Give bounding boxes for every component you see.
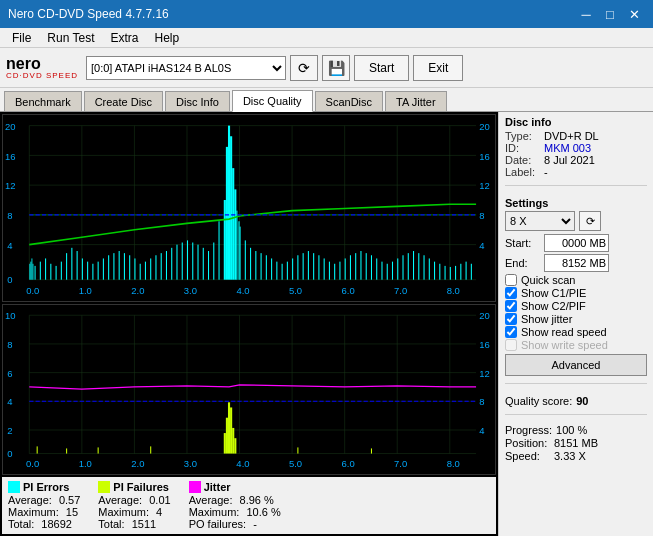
svg-rect-155 (150, 446, 151, 453)
speed-row: 8 X ⟳ (505, 211, 647, 231)
close-button[interactable]: ✕ (623, 4, 645, 24)
speed-select[interactable]: 8 X (505, 211, 575, 231)
show-write-speed-checkbox[interactable] (505, 339, 517, 351)
svg-text:12: 12 (479, 369, 490, 379)
speed-refresh-button[interactable]: ⟳ (579, 211, 601, 231)
tab-ta-jitter[interactable]: TA Jitter (385, 91, 447, 111)
svg-rect-70 (271, 258, 272, 279)
svg-rect-84 (345, 258, 346, 279)
show-read-speed-checkbox[interactable] (505, 326, 517, 338)
svg-rect-53 (234, 189, 236, 279)
menu-run-test[interactable]: Run Test (39, 30, 102, 46)
svg-rect-157 (371, 448, 372, 453)
end-row: End: (505, 254, 647, 272)
svg-rect-20 (35, 266, 36, 280)
disc-label-value: - (544, 166, 548, 178)
svg-text:7.0: 7.0 (394, 459, 407, 469)
show-c2pif-checkbox[interactable] (505, 300, 517, 312)
svg-rect-151 (234, 438, 236, 453)
svg-text:16: 16 (479, 340, 490, 350)
save-icon-button[interactable]: 💾 (322, 55, 350, 81)
svg-text:12: 12 (479, 180, 490, 191)
show-c1pie-row: Show C1/PIE (505, 287, 647, 299)
svg-text:0: 0 (7, 274, 12, 285)
end-input[interactable] (544, 254, 609, 272)
start-input[interactable] (544, 234, 609, 252)
svg-rect-154 (98, 447, 99, 453)
tab-disc-info[interactable]: Disc Info (165, 91, 230, 111)
pi-failures-max: Maximum: 4 (98, 506, 170, 518)
svg-rect-156 (297, 447, 298, 453)
show-read-speed-label: Show read speed (521, 326, 607, 338)
position-value: 8151 MB (554, 437, 598, 449)
minimize-button[interactable]: ─ (575, 4, 597, 24)
show-jitter-checkbox[interactable] (505, 313, 517, 325)
svg-text:20: 20 (479, 311, 490, 321)
speed-value: 3.33 X (554, 450, 586, 462)
show-jitter-label: Show jitter (521, 313, 572, 325)
stats-footer: PI Errors Average: 0.57 Maximum: 15 Tota… (2, 477, 496, 534)
svg-text:2: 2 (7, 426, 12, 436)
svg-rect-34 (108, 255, 109, 279)
svg-text:8: 8 (7, 340, 12, 350)
svg-text:16: 16 (479, 151, 490, 162)
svg-text:20: 20 (5, 121, 16, 132)
quick-scan-label: Quick scan (521, 274, 575, 286)
disc-id-value: MKM 003 (544, 142, 591, 154)
menu-extra[interactable]: Extra (102, 30, 146, 46)
svg-rect-32 (98, 262, 99, 280)
tab-benchmark[interactable]: Benchmark (4, 91, 82, 111)
drive-select[interactable]: [0:0] ATAPI iHAS124 B AL0S (86, 56, 286, 80)
svg-rect-88 (366, 253, 367, 280)
settings-section: Settings 8 X ⟳ Start: End: Quick scan (505, 197, 647, 376)
nero-text: nero (6, 56, 41, 72)
quick-scan-row: Quick scan (505, 274, 647, 286)
show-write-speed-row: Show write speed (505, 339, 647, 351)
tab-disc-quality[interactable]: Disc Quality (232, 90, 313, 112)
toolbar: nero CD·DVD SPEED [0:0] ATAPI iHAS124 B … (0, 48, 653, 88)
advanced-button[interactable]: Advanced (505, 354, 647, 376)
svg-rect-98 (418, 253, 419, 280)
svg-rect-26 (66, 253, 67, 280)
svg-rect-28 (77, 251, 78, 280)
svg-text:2.0: 2.0 (131, 459, 144, 469)
svg-text:6.0: 6.0 (342, 459, 355, 469)
titlebar-title: Nero CD-DVD Speed 4.7.7.16 (8, 7, 169, 21)
svg-rect-40 (140, 264, 141, 280)
disc-date-value: 8 Jul 2021 (544, 154, 595, 166)
show-read-speed-row: Show read speed (505, 326, 647, 338)
svg-text:16: 16 (5, 151, 16, 162)
svg-text:3.0: 3.0 (184, 459, 197, 469)
svg-rect-33 (103, 258, 104, 279)
tab-scandisc[interactable]: ScanDisc (315, 91, 383, 111)
quick-scan-checkbox[interactable] (505, 274, 517, 286)
menu-help[interactable]: Help (147, 30, 188, 46)
show-c1pie-checkbox[interactable] (505, 287, 517, 299)
svg-rect-31 (92, 264, 93, 280)
svg-rect-85 (350, 255, 351, 279)
menu-file[interactable]: File (4, 30, 39, 46)
svg-rect-107 (466, 262, 467, 280)
svg-rect-106 (460, 264, 461, 280)
jitter-color (189, 481, 201, 493)
svg-rect-49 (226, 147, 228, 280)
svg-rect-75 (297, 255, 298, 279)
svg-text:4.0: 4.0 (236, 284, 249, 295)
svg-text:1.0: 1.0 (79, 284, 92, 295)
pif-chart: 10 8 6 4 2 0 20 16 12 8 4 0.0 1.0 2.0 3.… (2, 304, 496, 475)
svg-rect-149 (230, 407, 232, 453)
svg-rect-105 (455, 266, 456, 280)
maximize-button[interactable]: □ (599, 4, 621, 24)
svg-rect-58 (192, 243, 193, 280)
start-button[interactable]: Start (354, 55, 409, 81)
svg-rect-19 (32, 264, 33, 280)
svg-text:4: 4 (7, 240, 12, 251)
disc-label-row: Label: - (505, 166, 647, 178)
svg-rect-16 (29, 264, 30, 280)
refresh-icon-button[interactable]: ⟳ (290, 55, 318, 81)
svg-rect-90 (376, 258, 377, 279)
svg-rect-77 (308, 251, 309, 280)
exit-button[interactable]: Exit (413, 55, 463, 81)
tab-create-disc[interactable]: Create Disc (84, 91, 163, 111)
svg-rect-54 (236, 211, 237, 280)
